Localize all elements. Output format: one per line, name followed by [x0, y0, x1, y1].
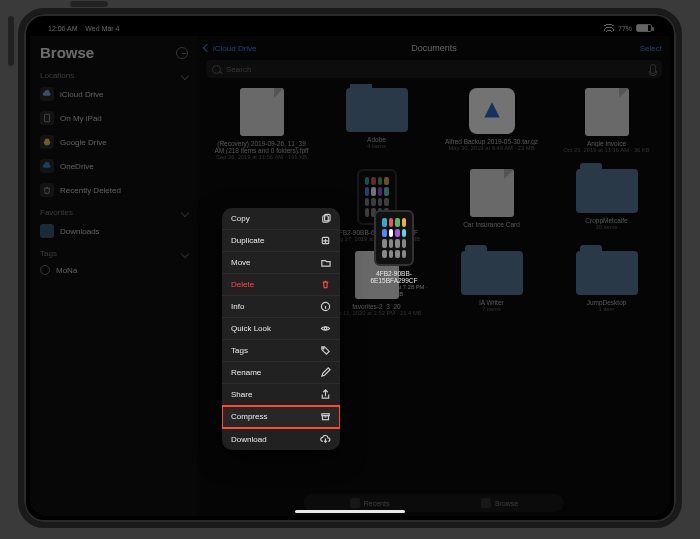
device-power-button — [70, 1, 108, 7]
file-tile[interactable]: Angie InvoiceOct 29, 2019 at 11:16 AM · … — [557, 84, 657, 165]
sidebar-header: Browse — [30, 36, 198, 65]
file-tile[interactable]: CroppMetcalfe30 items — [557, 165, 657, 247]
archive-icon — [320, 411, 331, 422]
battery-icon — [636, 24, 652, 32]
dictate-icon[interactable] — [650, 64, 656, 74]
clock-icon — [350, 498, 360, 508]
content-header: iCloud Drive Documents Select — [198, 36, 670, 60]
sidebar-item-label: OneDrive — [60, 162, 94, 171]
back-button[interactable]: iCloud Drive — [204, 44, 257, 53]
file-subtitle: 30 items — [559, 224, 655, 231]
sidebar-group-favorites[interactable]: Favorites — [30, 202, 198, 219]
sidebar-item-label: On My iPad — [60, 114, 102, 123]
status-left: 12:06 AM Wed Mar 4 — [48, 25, 119, 32]
context-menu: CopyDuplicateMoveDeleteInfoQuick LookTag… — [222, 208, 340, 450]
menu-item-delete[interactable]: Delete — [222, 274, 340, 296]
menu-item-tags[interactable]: Tags — [222, 340, 340, 362]
file-thumbnail — [346, 88, 408, 132]
duplicate-icon — [320, 235, 331, 246]
copy-icon — [320, 213, 331, 224]
file-subtitle: Oct 29, 2019 at 11:16 AM · 36 KB — [559, 147, 655, 154]
sidebar-group-label: Tags — [40, 249, 57, 258]
file-thumbnail — [576, 251, 638, 295]
file-tile[interactable]: JumpDesktop1 item — [557, 247, 657, 321]
sidebar-group-locations[interactable]: Locations — [30, 65, 198, 82]
svg-rect-8 — [322, 416, 328, 420]
chevron-down-icon — [181, 208, 189, 216]
page-title: Documents — [411, 43, 457, 53]
tab-recents[interactable]: Recents — [350, 498, 390, 508]
file-thumbnail — [585, 88, 629, 136]
file-name: favorites-2_3_20 — [329, 303, 425, 310]
sidebar-group-tags[interactable]: Tags — [30, 243, 198, 260]
selected-file-preview[interactable]: 4FB2-90BB-6E15BFA299CF Aug 27, 2019 at 7… — [357, 210, 431, 297]
menu-item-move[interactable]: Move — [222, 252, 340, 274]
recents-icon[interactable] — [176, 47, 188, 59]
sidebar-item-tag-mona[interactable]: MoNa — [30, 260, 198, 280]
menu-item-duplicate[interactable]: Duplicate — [222, 230, 340, 252]
search-icon — [212, 65, 221, 74]
file-tile[interactable]: Car Insurance Card — [442, 165, 542, 247]
eye-icon — [320, 323, 331, 334]
file-subtitle: 7 items — [444, 306, 540, 313]
select-button[interactable]: Select — [640, 44, 662, 53]
menu-item-quick-look[interactable]: Quick Look — [222, 318, 340, 340]
sidebar-item-downloads[interactable]: Downloads — [30, 219, 198, 243]
menu-item-label: Rename — [231, 368, 261, 377]
menu-item-download[interactable]: Download — [222, 428, 340, 450]
sidebar-item-on-my-ipad[interactable]: On My iPad — [30, 106, 198, 130]
file-tile[interactable]: Alfred Backup 2019-05-30.tar.gzMay 30, 2… — [442, 84, 542, 165]
file-subtitle: Aug 27, 2019 at 7:28 PM · 2.5 MB — [357, 284, 431, 297]
battery-percent: 77% — [618, 25, 632, 32]
sidebar-item-onedrive[interactable]: OneDrive — [30, 154, 198, 178]
chevron-down-icon — [181, 249, 189, 257]
home-indicator[interactable] — [295, 510, 405, 513]
file-subtitle: May 30, 2019 at 9:49 AM · 23 MB — [444, 145, 540, 152]
sidebar: Browse Locations iCloud Drive On My iPad… — [30, 36, 198, 516]
info-icon — [320, 301, 331, 312]
menu-item-compress[interactable]: Compress — [222, 406, 340, 428]
sidebar-item-label: Google Drive — [60, 138, 107, 147]
file-name: 4FB2-90BB-6E15BFA299CF — [357, 270, 431, 284]
file-thumbnail — [374, 210, 414, 266]
device-volume-buttons — [8, 16, 14, 66]
wifi-icon — [604, 24, 614, 32]
menu-item-label: Quick Look — [231, 324, 271, 333]
move-icon — [320, 257, 331, 268]
search-input[interactable] — [226, 65, 645, 74]
menu-item-info[interactable]: Info — [222, 296, 340, 318]
svg-rect-0 — [45, 114, 50, 122]
sidebar-item-label: Downloads — [60, 227, 100, 236]
file-tile[interactable]: Adobe4 items — [327, 84, 427, 165]
menu-item-copy[interactable]: Copy — [222, 208, 340, 230]
file-tile[interactable]: iA Writer7 items — [442, 247, 542, 321]
folder-icon — [481, 498, 491, 508]
trash-icon — [320, 279, 331, 290]
file-name: JumpDesktop — [559, 299, 655, 306]
screen: 12:06 AM Wed Mar 4 77% Browse Locations … — [30, 20, 670, 516]
tab-label: Browse — [495, 500, 518, 507]
tab-browse[interactable]: Browse — [481, 498, 518, 508]
menu-item-label: Move — [231, 258, 251, 267]
sidebar-group-label: Locations — [40, 71, 74, 80]
menu-item-share[interactable]: Share — [222, 384, 340, 406]
menu-item-label: Info — [231, 302, 244, 311]
file-tile[interactable]: (Recovery) 2019-09-26, 11_39 AM (218 ite… — [212, 84, 312, 165]
file-thumbnail — [470, 169, 514, 217]
folder-icon — [40, 224, 54, 238]
google-drive-icon — [40, 135, 54, 149]
file-subtitle: Sep 26, 2019 at 11:56 AM · 191 KB — [214, 154, 310, 161]
sidebar-title: Browse — [40, 44, 94, 61]
cloud-icon — [40, 87, 54, 101]
sidebar-item-recently-deleted[interactable]: Recently Deleted — [30, 178, 198, 202]
menu-item-rename[interactable]: Rename — [222, 362, 340, 384]
status-bar: 12:06 AM Wed Mar 4 77% — [30, 20, 670, 36]
sidebar-item-google-drive[interactable]: Google Drive — [30, 130, 198, 154]
sidebar-item-icloud-drive[interactable]: iCloud Drive — [30, 82, 198, 106]
file-thumbnail — [576, 169, 638, 213]
sidebar-item-label: Recently Deleted — [60, 186, 121, 195]
ipad-icon — [40, 111, 54, 125]
search-field[interactable] — [206, 60, 662, 78]
file-name: Angie Invoice — [559, 140, 655, 147]
file-thumbnail — [240, 88, 284, 136]
